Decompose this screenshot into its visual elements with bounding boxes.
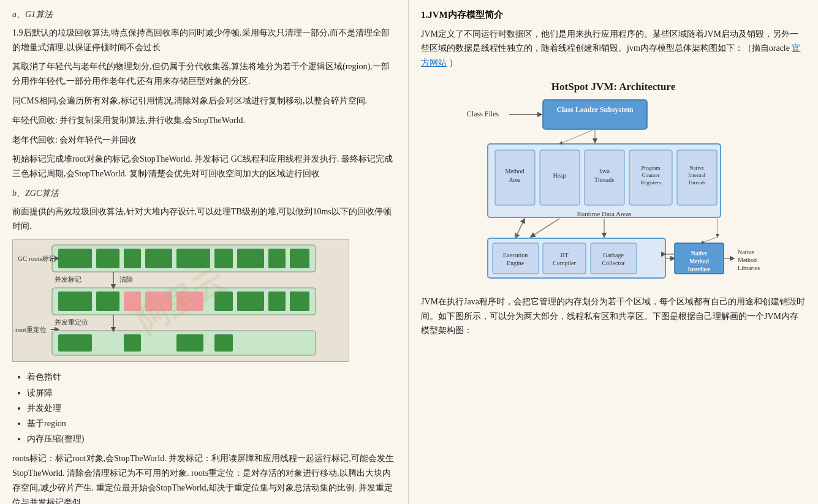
svg-rect-2 [96, 249, 119, 268]
p-jvm-2: JVM在执行Java程序时，会把它管理的内存划分为若干个区域，每个区域都有自己的… [421, 295, 806, 338]
svg-rect-16 [124, 291, 141, 311]
svg-rect-17 [145, 291, 172, 311]
p-jvm-1-text: JVM定义了不同运行时数据区，他们是用来执行应用程序的。某些区域随着JVM启动及… [421, 29, 798, 53]
svg-rect-68 [591, 243, 637, 274]
right-panel: 1.JVM内存模型简介 JVM定义了不同运行时数据区，他们是用来执行应用程序的。… [409, 0, 818, 504]
svg-text:Java: Java [599, 168, 610, 175]
label-g1: a、G1算法 [12, 7, 396, 22]
p-g1-3: 同CMS相同,会遍历所有对象,标记引用情况,清除对象后会对区域进行复制移动,以整… [12, 94, 396, 108]
svg-text:Area: Area [509, 176, 521, 183]
p-jvm-1-end: ） [449, 58, 458, 67]
p-g1-1: 1.9后默认的垃圾回收算法,特点保持高回收率的同时减少停顿.采用每次只清理一部分… [12, 26, 396, 55]
svg-text:Method: Method [689, 258, 709, 265]
label-zgc: b、ZGC算法 [12, 186, 396, 201]
svg-rect-30 [124, 334, 141, 352]
p-g1-2: 其取消了年轻代与老年代的物理划分,但仍属于分代收集器,算法将堆分为若干个逻辑区域… [12, 59, 396, 89]
svg-text:root重定位: root重定位 [15, 326, 47, 333]
left-panel: a、G1算法 1.9后默认的垃圾回收算法,特点保持高回收率的同时减少停顿.采用每… [0, 0, 409, 504]
svg-rect-7 [237, 249, 264, 268]
svg-text:Native: Native [689, 165, 704, 171]
zgc-diagram: 阿里云 GC roots标记 并发标记 [12, 239, 349, 362]
p-zgc-1: 前面提供的高效垃圾回收算法,针对大堆内存设计,可以处理TB级别的堆,可以做到10… [12, 205, 396, 234]
svg-rect-18 [176, 291, 203, 311]
svg-text:Runtime Data Areas: Runtime Data Areas [577, 210, 631, 217]
svg-rect-19 [214, 291, 233, 311]
p-g1-5: 老年代回收: 会对年轻代一并回收 [12, 133, 396, 148]
p-g1-6: 初始标记完成堆root对象的标记,会StopTheWorld. 并发标记 GC线… [12, 152, 396, 181]
svg-text:JIT: JIT [560, 252, 568, 258]
svg-text:Class Files: Class Files [467, 110, 499, 118]
svg-rect-5 [176, 249, 210, 268]
svg-text:HotSpot JVM: Architecture: HotSpot JVM: Architecture [551, 81, 676, 92]
svg-line-58 [559, 129, 595, 144]
svg-text:Registers: Registers [640, 179, 661, 186]
svg-rect-21 [268, 291, 286, 311]
svg-rect-37 [543, 100, 647, 129]
svg-text:Engine: Engine [507, 260, 525, 266]
bullet-4: 基于region [27, 416, 396, 431]
svg-rect-15 [96, 291, 119, 311]
svg-text:并发标记: 并发标记 [55, 276, 81, 283]
svg-text:并发重定位: 并发重定位 [55, 318, 88, 326]
section-title: 1.JVM内存模型简介 [421, 7, 806, 23]
svg-text:Counter: Counter [642, 172, 660, 178]
svg-text:Internal: Internal [688, 172, 705, 178]
bullet-3: 并发处理 [27, 401, 396, 416]
svg-text:Threads: Threads [594, 176, 614, 183]
zgc-bullets: 着色指针 读屏障 并发处理 基于region 内存压缩(整理) [27, 369, 396, 446]
p-g1-4: 年轻代回收: 并行复制采用复制算法,并行收集,会StopTheWorld. [12, 113, 396, 128]
svg-text:Method: Method [505, 168, 524, 175]
svg-rect-1 [58, 249, 92, 268]
svg-text:Program: Program [642, 165, 661, 171]
svg-rect-31 [176, 334, 203, 352]
svg-rect-32 [214, 334, 233, 352]
svg-text:Class Loader Subsystem: Class Loader Subsystem [556, 105, 633, 114]
svg-text:Native: Native [691, 250, 707, 257]
p-jvm-1: JVM定义了不同运行时数据区，他们是用来执行应用程序的。某些区域随着JVM启动及… [421, 27, 806, 70]
svg-rect-29 [58, 334, 92, 352]
svg-rect-62 [493, 243, 539, 274]
svg-text:Collector: Collector [602, 260, 625, 266]
svg-rect-8 [268, 249, 286, 268]
svg-text:GC roots标记: GC roots标记 [18, 255, 56, 262]
svg-rect-6 [214, 249, 233, 268]
svg-rect-3 [124, 249, 141, 268]
svg-line-82 [701, 237, 718, 243]
svg-text:Method: Method [738, 257, 757, 263]
svg-text:Execution: Execution [503, 252, 528, 258]
svg-text:Libraries: Libraries [738, 265, 760, 271]
svg-text:Garbage: Garbage [603, 252, 624, 258]
svg-line-84 [515, 219, 525, 238]
svg-text:Native: Native [738, 249, 754, 255]
svg-text:清除: 清除 [119, 276, 133, 283]
jvm-architecture-diagram: HotSpot JVM: Architecture Class Files Cl… [421, 77, 806, 285]
svg-rect-4 [145, 249, 172, 268]
p-zgc-2: roots标记：标记root对象,会StopTheWorld. 并发标记：利用读… [12, 451, 396, 504]
svg-rect-65 [543, 243, 586, 274]
svg-text:Interface: Interface [688, 266, 711, 273]
svg-rect-22 [290, 291, 309, 311]
svg-rect-14 [58, 291, 92, 311]
bullet-1: 着色指针 [27, 369, 396, 385]
svg-text:Threads: Threads [688, 179, 706, 186]
svg-text:Compiler: Compiler [553, 260, 576, 266]
svg-rect-9 [290, 249, 309, 268]
bullet-5: 内存压缩(整理) [27, 431, 396, 446]
svg-text:Heap: Heap [553, 172, 566, 179]
svg-rect-20 [237, 291, 264, 311]
bullet-2: 读屏障 [27, 385, 396, 401]
svg-line-59 [531, 219, 559, 237]
